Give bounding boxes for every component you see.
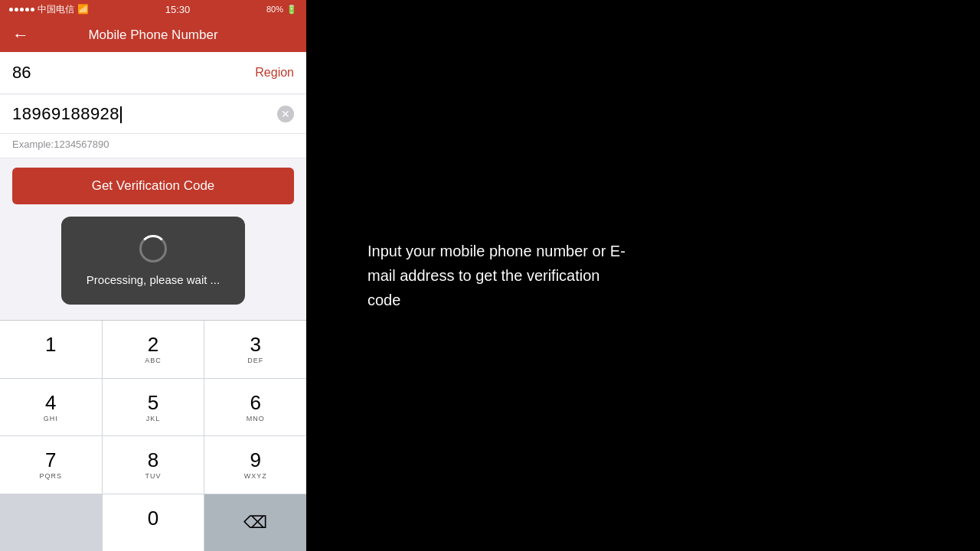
- nav-bar: ← Mobile Phone Number: [0, 18, 306, 52]
- key-6-number: 6: [250, 392, 260, 414]
- key-0-number: 0: [148, 507, 158, 530]
- key-backspace[interactable]: ⌫: [204, 494, 306, 552]
- region-row: 86 Region: [0, 52, 306, 94]
- battery-icon: 🔋: [286, 5, 297, 15]
- backspace-icon: ⌫: [243, 513, 267, 533]
- annotation-content: Input your mobile phone number or E-mail…: [368, 243, 626, 308]
- phone-number-text: 18969188928: [12, 104, 119, 123]
- key-7[interactable]: 7 PQRS: [0, 436, 102, 494]
- page-title: Mobile Phone Number: [88, 28, 217, 43]
- key-5-number: 5: [148, 392, 158, 414]
- key-1-number: 1: [45, 334, 56, 356]
- key-6[interactable]: 6 MNO: [204, 379, 306, 436]
- key-4-number: 4: [45, 392, 56, 414]
- key-8-letters: TUV: [145, 472, 161, 480]
- content-area: 86 Region 18969188928 ✕ Example:12345678…: [0, 52, 306, 551]
- signal-dot-4: [25, 8, 29, 11]
- country-code: 86: [12, 63, 31, 83]
- example-text: Example:1234567890: [0, 134, 306, 158]
- key-5[interactable]: 5 JKL: [103, 379, 204, 436]
- loading-spinner: [139, 235, 167, 262]
- key-6-letters: MNO: [247, 415, 265, 422]
- key-9[interactable]: 9 WXYZ: [204, 436, 306, 494]
- status-right: 80% 🔋: [266, 5, 297, 15]
- key-3-number: 3: [250, 334, 260, 356]
- key-4[interactable]: 4 GHI: [0, 379, 102, 436]
- annotation-text: Input your mobile phone number or E-mail…: [352, 239, 643, 312]
- battery-percent: 80%: [266, 5, 283, 14]
- key-9-number: 9: [250, 449, 260, 471]
- signal-dot-2: [15, 8, 18, 11]
- get-verification-code-button[interactable]: Get Verification Code: [12, 168, 294, 204]
- carrier-label: 中国电信: [38, 3, 74, 16]
- signal-dot-1: [9, 8, 13, 11]
- key-empty: [0, 494, 102, 552]
- processing-text: Processing, please wait ...: [87, 273, 220, 286]
- key-2-letters: ABC: [145, 357, 162, 364]
- key-0-letters: [152, 530, 155, 538]
- processing-modal: Processing, please wait ...: [61, 217, 245, 305]
- key-8-number: 8: [148, 449, 158, 471]
- key-2-number: 2: [148, 334, 158, 356]
- keypad: 1 2 ABC 3 DEF 4 GHI 5 JKL: [0, 320, 306, 551]
- signal-dots: [9, 8, 34, 11]
- phone-display[interactable]: 18969188928: [12, 104, 277, 124]
- key-8[interactable]: 8 TUV: [103, 436, 204, 494]
- status-time: 15:30: [165, 4, 191, 15]
- key-3-letters: DEF: [247, 357, 263, 364]
- region-button[interactable]: Region: [255, 66, 294, 80]
- key-7-number: 7: [45, 449, 56, 471]
- status-bar: 中国电信 📶 15:30 80% 🔋: [0, 0, 306, 18]
- phone-input-row: 18969188928 ✕: [0, 95, 306, 134]
- phone-frame: 中国电信 📶 15:30 80% 🔋 ← Mobile Phone Number…: [0, 0, 306, 551]
- signal-dot-5: [31, 8, 34, 11]
- back-button[interactable]: ←: [12, 27, 29, 44]
- text-cursor: [120, 106, 122, 123]
- key-0[interactable]: 0: [103, 494, 204, 552]
- key-9-letters: WXYZ: [244, 472, 267, 480]
- key-1-letters: [50, 357, 53, 364]
- status-left: 中国电信 📶: [9, 3, 89, 16]
- key-4-letters: GHI: [44, 415, 58, 422]
- key-2[interactable]: 2 ABC: [103, 321, 204, 378]
- key-7-letters: PQRS: [40, 472, 63, 480]
- key-1[interactable]: 1: [0, 321, 102, 378]
- wifi-icon: 📶: [77, 4, 89, 15]
- key-5-letters: JKL: [146, 415, 161, 422]
- clear-button[interactable]: ✕: [277, 106, 294, 122]
- signal-dot-3: [20, 8, 24, 11]
- key-3[interactable]: 3 DEF: [204, 321, 306, 378]
